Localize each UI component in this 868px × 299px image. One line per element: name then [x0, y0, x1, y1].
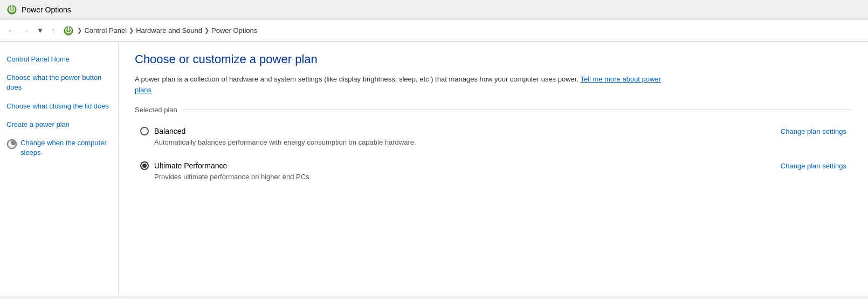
sidebar-link-lid-close[interactable]: Choose what closing the lid does [6, 101, 109, 111]
sidebar-link-sleep-settings[interactable]: Change when the computer sleeps [20, 138, 114, 158]
plan-label-group-ultimate: Ultimate Performance [140, 161, 227, 170]
plan-name-balanced: Balanced [154, 127, 185, 135]
address-bar: ← → ▼ ↑ ❯ Control Panel ❯ Hardware and S… [0, 20, 868, 42]
dropdown-button[interactable]: ▼ [35, 25, 46, 36]
sidebar-link-power-button[interactable]: Choose what the power button does [6, 73, 114, 92]
forward-button[interactable]: → [20, 25, 31, 36]
radio-balanced[interactable] [140, 127, 149, 135]
breadcrumb-power-options[interactable]: Power Options [211, 26, 257, 35]
sidebar: Control Panel Home Choose what the power… [0, 42, 119, 296]
plan-item-ultimate: Ultimate Performance Change plan setting… [135, 156, 852, 187]
sleep-icon [6, 139, 17, 150]
description-main: A power plan is a collection of hardware… [135, 75, 578, 83]
sidebar-link-control-panel-home[interactable]: Control Panel Home [6, 55, 70, 64]
plan-header-ultimate: Ultimate Performance Change plan setting… [140, 161, 852, 170]
up-button[interactable]: ↑ [49, 25, 57, 36]
plan-header-balanced: Balanced Change plan settings [140, 127, 852, 135]
title-bar-text: Power Options [22, 5, 71, 14]
breadcrumb-control-panel[interactable]: Control Panel [84, 26, 127, 35]
selected-plan-divider [183, 110, 852, 110]
power-options-title-icon [6, 4, 17, 15]
plan-item-balanced: Balanced Change plan settings Automatica… [135, 121, 852, 153]
breadcrumb: ❯ Control Panel ❯ Hardware and Sound ❯ P… [77, 26, 257, 35]
change-plan-link-balanced[interactable]: Change plan settings [781, 127, 852, 135]
plan-name-ultimate: Ultimate Performance [154, 161, 227, 170]
page-title: Choose or customize a power plan [135, 52, 852, 66]
selected-plan-label: Selected plan [135, 106, 177, 114]
svg-point-1 [10, 8, 13, 11]
plan-desc-balanced: Automatically balances performance with … [154, 138, 852, 147]
radio-inner-ultimate [142, 164, 147, 168]
sidebar-item-sleep-settings[interactable]: Change when the computer sleeps [6, 136, 118, 160]
selected-plan-header: Selected plan [135, 106, 852, 114]
content-area: Choose or customize a power plan A power… [119, 42, 868, 296]
plan-desc-ultimate: Provides ultimate performance on higher … [154, 172, 852, 182]
sidebar-item-lid-close[interactable]: Choose what closing the lid does [6, 99, 118, 113]
sidebar-item-control-panel-home[interactable]: Control Panel Home [6, 52, 118, 66]
sidebar-item-create-plan[interactable]: Create a power plan [6, 118, 118, 132]
plan-label-group-balanced: Balanced [140, 127, 185, 135]
breadcrumb-hardware-sound[interactable]: Hardware and Sound [136, 26, 202, 35]
back-button[interactable]: ← [5, 25, 17, 36]
change-plan-link-ultimate[interactable]: Change plan settings [781, 162, 852, 170]
radio-ultimate[interactable] [140, 161, 149, 170]
sidebar-item-power-button[interactable]: Choose what the power button does [6, 71, 118, 94]
main-container: Control Panel Home Choose what the power… [0, 42, 868, 296]
description-text: A power plan is a collection of hardware… [135, 74, 674, 95]
breadcrumb-power-icon [63, 25, 74, 36]
title-bar: Power Options [0, 0, 868, 20]
sidebar-link-create-plan[interactable]: Create a power plan [6, 120, 70, 130]
